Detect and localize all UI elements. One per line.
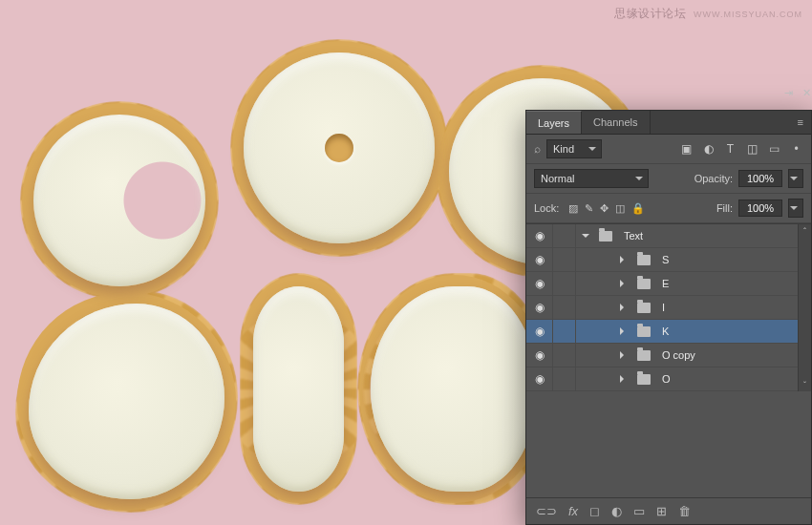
chevron-down-icon[interactable] [582,234,589,242]
lock-label: Lock: [534,202,559,214]
cookie-edge [357,273,551,505]
filter-adjust-icon[interactable]: ◐ [701,142,716,156]
cookie-letter-c [33,115,205,286]
filter-type-icons: ▣ ◐ T ◫ ▭ • [679,142,803,156]
tab-channels[interactable]: Channels [582,111,650,134]
panel-header-controls: ⇥ ✕ [524,87,811,99]
layers-tree: ◉ Text ◉ S ◉ [526,223,811,497]
chevron-right-icon[interactable] [620,304,628,311]
opacity-label: Opacity: [694,173,733,184]
search-icon[interactable]: ⌕ [534,142,541,156]
new-group-icon[interactable]: ▭ [633,504,645,518]
folder-icon [637,374,651,385]
link-col [559,368,576,390]
filter-image-icon[interactable]: ▣ [679,142,694,156]
layer-group-text[interactable]: ◉ Text [526,224,798,248]
link-col [559,224,576,247]
blend-mode-dropdown[interactable]: Normal [534,169,649,188]
chevron-right-icon[interactable] [620,256,628,263]
new-layer-icon[interactable]: ⊞ [656,504,667,518]
cookie-edge [15,290,238,513]
visibility-toggle[interactable]: ◉ [526,272,553,295]
layer-group-e[interactable]: ◉ E [526,272,798,296]
adjustment-layer-icon[interactable]: ◐ [611,504,622,518]
cookie-hole [325,134,353,162]
layer-name[interactable]: K [662,326,669,337]
layer-name[interactable]: O [662,373,671,385]
chevron-right-icon[interactable] [620,375,628,383]
filter-kind-label: Kind [553,143,574,155]
folder-icon [637,303,651,313]
lock-all-icon[interactable]: 🔒 [631,202,645,215]
lock-icons: ▨ ✎ ✥ ◫ 🔒 [568,202,645,215]
link-layers-icon[interactable]: ⊂⊃ [536,504,557,518]
cookie-letter-k [29,304,224,499]
filter-text-icon[interactable]: T [723,142,737,156]
tree-scrollbar[interactable]: ˆ ˇ [798,224,811,391]
visibility-toggle[interactable]: ◉ [526,320,553,343]
layer-name[interactable]: S [662,254,669,265]
filter-toggle-icon[interactable]: • [789,142,803,156]
add-mask-icon[interactable]: ◻ [589,504,600,518]
lock-brush-icon[interactable]: ✎ [585,202,593,215]
fill-label: Fill: [716,202,733,214]
folder-icon [599,231,612,242]
cookie-letter-o-1 [244,52,435,243]
link-col [559,320,576,343]
filter-shape-icon[interactable]: ◫ [745,142,759,156]
lock-pixels-icon[interactable]: ▨ [568,202,578,215]
layer-name[interactable]: I [662,302,665,313]
delete-layer-icon[interactable]: 🗑 [678,504,691,518]
scroll-up-icon[interactable]: ˆ [799,224,811,238]
cookie-letter-i [253,286,344,492]
link-col [559,248,576,271]
cookie-edge [240,273,357,505]
folder-icon [637,350,651,361]
panel-menu-icon[interactable]: ≡ [790,111,811,134]
visibility-toggle[interactable]: ◉ [526,248,553,271]
opacity-dropdown-icon[interactable] [788,169,803,188]
layer-group-o-copy[interactable]: ◉ O copy [526,344,798,368]
lock-row: Lock: ▨ ✎ ✥ ◫ 🔒 Fill: [526,194,811,223]
fill-dropdown-icon[interactable] [788,199,803,218]
filter-kind-dropdown[interactable]: Kind [546,139,602,158]
lock-artboard-icon[interactable]: ◫ [615,202,625,215]
link-col [559,344,576,367]
visibility-toggle[interactable]: ◉ [526,368,553,390]
cookie-letter-e [371,286,538,492]
folder-icon [637,255,651,265]
folder-icon [637,326,651,337]
folder-icon [637,279,651,289]
layer-group-o[interactable]: ◉ O [526,368,798,391]
layers-list: ◉ Text ◉ S ◉ [526,224,798,391]
blend-mode-value: Normal [541,173,574,184]
blend-row: Normal Opacity: [526,164,811,194]
visibility-toggle[interactable]: ◉ [526,344,553,367]
lock-position-icon[interactable]: ✥ [600,202,609,215]
panel-tabs: Layers Channels ≡ [526,111,811,135]
layer-group-i[interactable]: ◉ I [526,296,798,320]
fill-input[interactable] [738,200,782,217]
chevron-right-icon[interactable] [620,327,628,335]
collapse-icon[interactable]: ⇥ [784,87,793,99]
panel-footer: ⊂⊃ fx ◻ ◐ ▭ ⊞ 🗑 [526,497,811,524]
layer-name[interactable]: O copy [662,349,695,361]
visibility-toggle[interactable]: ◉ [526,224,553,247]
close-icon[interactable]: ✕ [802,87,811,99]
filter-smart-icon[interactable]: ▭ [767,142,781,156]
link-col [559,296,576,319]
scroll-down-icon[interactable]: ˇ [799,378,811,391]
layer-fx-icon[interactable]: fx [568,504,578,518]
visibility-toggle[interactable]: ◉ [526,296,553,319]
opacity-input[interactable] [738,170,782,187]
chevron-right-icon[interactable] [620,351,628,359]
layer-name[interactable]: Text [624,230,643,242]
tab-spacer [651,111,790,134]
layer-name[interactable]: E [662,278,669,289]
layer-group-s[interactable]: ◉ S [526,248,798,272]
layer-group-k[interactable]: ◉ K [526,320,798,344]
filter-row: ⌕ Kind ▣ ◐ T ◫ ▭ • [526,135,811,164]
chevron-right-icon[interactable] [620,280,628,287]
link-col [559,272,576,295]
tab-layers[interactable]: Layers [526,111,582,134]
